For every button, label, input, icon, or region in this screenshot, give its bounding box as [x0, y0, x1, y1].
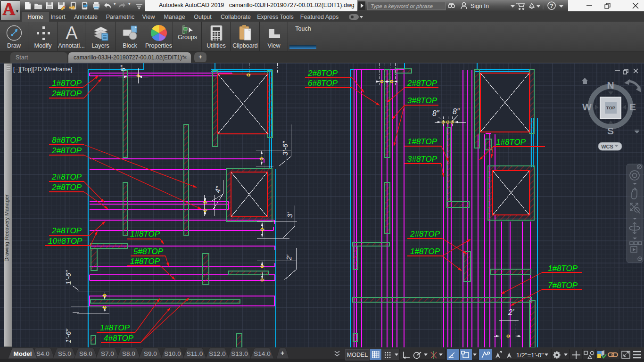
svg-text:1/2"=1'-0": 1/2"=1'-0": [516, 352, 544, 359]
svg-text:2#8TOP: 2#8TOP: [51, 89, 82, 98]
svg-text:TOP: TOP: [606, 105, 616, 110]
svg-text:S11.0: S11.0: [187, 350, 203, 357]
svg-text:2#8TOP: 2#8TOP: [51, 173, 82, 181]
svg-text:2#8TOP: 2#8TOP: [51, 146, 82, 155]
svg-text:8#8TOP: 8#8TOP: [52, 136, 82, 145]
svg-text:8″: 8″: [453, 107, 460, 115]
svg-text:8″: 8″: [432, 109, 440, 117]
svg-text:S: S: [607, 125, 614, 136]
svg-text:S4.0: S4.0: [36, 350, 50, 357]
svg-text:2#8TOP: 2#8TOP: [51, 183, 82, 192]
svg-text:1#8TOP: 1#8TOP: [100, 323, 130, 332]
svg-text:5#8TOP: 5#8TOP: [133, 247, 164, 256]
svg-text:1#8TOP: 1#8TOP: [130, 230, 160, 239]
svg-text:6#8TOP: 6#8TOP: [308, 79, 338, 88]
svg-text:WCS: WCS: [601, 144, 613, 149]
svg-text:S14.0: S14.0: [254, 350, 270, 357]
svg-text:2’: 2’: [508, 308, 514, 316]
svg-text:W: W: [582, 101, 592, 112]
svg-text:3#8TOP: 3#8TOP: [407, 96, 438, 105]
svg-text:N: N: [607, 80, 614, 90]
svg-text:1#8TOP: 1#8TOP: [407, 137, 438, 146]
svg-text:3’: 3’: [286, 212, 294, 218]
svg-text:S6.0: S6.0: [79, 350, 92, 357]
svg-text:S12.0: S12.0: [209, 350, 225, 357]
svg-text:+: +: [281, 349, 284, 357]
svg-text:?: ?: [550, 3, 553, 9]
svg-text:3’-6″: 3’-6″: [281, 141, 289, 156]
svg-text:3#8TOP: 3#8TOP: [407, 155, 438, 164]
svg-text:2#8TOP: 2#8TOP: [307, 69, 338, 78]
svg-text:Type a keyword or phrase: Type a keyword or phrase: [371, 3, 433, 9]
svg-text:1#8TOP: 1#8TOP: [410, 247, 440, 256]
svg-text:6″: 6″: [119, 65, 127, 72]
svg-text:Sign In: Sign In: [471, 3, 489, 9]
svg-text:1#8TOP: 1#8TOP: [548, 264, 578, 273]
svg-text:2#8TOP: 2#8TOP: [410, 230, 440, 239]
svg-text:S8.0: S8.0: [122, 350, 135, 357]
svg-text:2’: 2’: [285, 255, 293, 261]
svg-text:E: E: [629, 101, 636, 112]
svg-text:S10.0: S10.0: [164, 350, 181, 357]
svg-text:A: A: [66, 23, 78, 43]
svg-text:2#8TOP: 2#8TOP: [51, 226, 82, 235]
svg-text:S5.0: S5.0: [58, 350, 71, 357]
svg-text:Model: Model: [14, 350, 32, 357]
svg-text:4″: 4″: [213, 185, 223, 194]
svg-text:7#8TOP: 7#8TOP: [548, 281, 578, 290]
svg-text:1#8TOP: 1#8TOP: [130, 257, 160, 266]
svg-text:S7.0: S7.0: [101, 350, 114, 357]
svg-text:1#8TOP: 1#8TOP: [496, 138, 526, 147]
svg-text:MODEL: MODEL: [347, 352, 368, 358]
svg-text:S9.0: S9.0: [144, 350, 157, 357]
svg-text:10#8TOP: 10#8TOP: [48, 237, 83, 246]
svg-text:1#8TOP: 1#8TOP: [52, 79, 82, 88]
svg-text:4#8TOP: 4#8TOP: [104, 334, 134, 343]
svg-text:2#8TOP: 2#8TOP: [407, 79, 438, 88]
svg-text:1’-6″: 1’-6″: [64, 270, 72, 285]
svg-text:1’-6″: 1’-6″: [64, 329, 72, 343]
svg-text:S13.0: S13.0: [231, 350, 248, 357]
